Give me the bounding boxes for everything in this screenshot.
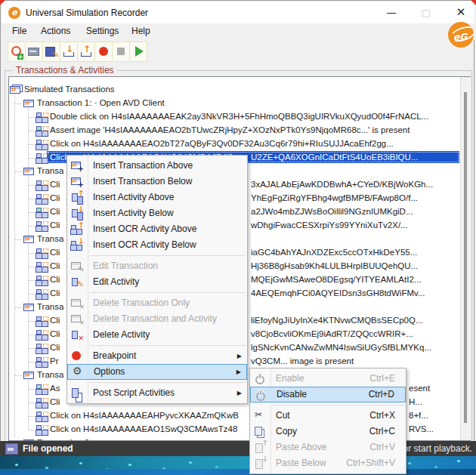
menu-item-paste-below[interactable]: Paste BelowCtrl+Shift+V <box>250 455 406 471</box>
stop-button[interactable] <box>112 42 130 62</box>
menu-item-label: Copy <box>276 424 297 440</box>
tree-row-label: Click on H4sIAAAAAAAEAHPyvcXKAAZmQKwB <box>50 411 239 420</box>
red-corner-marker-right-icon <box>471 0 476 5</box>
menu-item-shortcut: Ctrl+X <box>369 408 395 424</box>
tree-row-label: Cli <box>50 343 60 352</box>
menu-item-edit-transaction[interactable]: Edit Transaction <box>67 258 247 274</box>
insert-activity-above-icon <box>70 191 85 203</box>
menu-item-shortcut: Ctrl+D <box>369 387 394 402</box>
activity-icon <box>36 329 49 340</box>
tree-row-label-fragment: liEfoyNgJiUyInXe4KTNvwCMQBsSECp0Q... <box>251 316 423 325</box>
export-button[interactable] <box>77 42 95 62</box>
menu-item-edit-activity[interactable]: Edit Activity <box>67 274 247 290</box>
insert-transaction-above-icon: ⇄ <box>70 159 85 171</box>
tree-row-label: Transa <box>37 370 63 379</box>
tree-row-label: Cli <box>50 221 60 230</box>
record-button[interactable] <box>94 42 113 62</box>
options-icon <box>71 366 85 378</box>
tree-row-label: Simulated Transactions <box>24 85 115 94</box>
tree-row-label: Transa <box>37 234 63 243</box>
transaction-row[interactable]: Transaction 1: · Open AVD Client <box>9 97 459 109</box>
insert-ocr-activity-above-icon <box>70 223 85 235</box>
menu-separator <box>67 380 247 385</box>
app-icon: e <box>8 7 20 19</box>
tree-row-label-fragment: v8CjoBcvliOKmEj9iAdRT/ZQQccWRIR+... <box>251 329 413 338</box>
activity-icon <box>36 411 49 421</box>
menubar-settings[interactable]: Settings <box>86 26 119 36</box>
maximize-button[interactable]: ▢ <box>410 2 443 23</box>
menu-item-insert-activity-above[interactable]: Insert Activity Above <box>67 190 247 205</box>
tree-row-label: Cli <box>50 275 60 284</box>
tree-row-label-fragment: vQ3CM... image is present <box>251 356 354 366</box>
insert-transaction-below-icon: ⇄ <box>70 175 85 187</box>
menu-item-insert-activity-below[interactable]: Insert Activity Below <box>67 205 247 221</box>
menu-item-cut[interactable]: CutCtrl+X <box>250 408 406 424</box>
activity-row[interactable]: Assert image 'H4sIAAAAAAAEAO2bTUwcZRjHpy… <box>9 125 459 137</box>
tree-row-label: Transaction 1: · Open AVD Client <box>37 98 165 107</box>
menu-item-label: Breakpoint <box>93 348 136 364</box>
menu-item-copy[interactable]: CopyCtrl+C <box>250 424 406 440</box>
delete-transaction-only-icon <box>70 297 85 309</box>
menu-separator <box>250 403 406 408</box>
menu-item-disable[interactable]: DisableCtrl+D <box>250 387 406 403</box>
menu-item-options[interactable]: Options▶ <box>67 364 247 380</box>
menubar-actions[interactable]: Actions <box>41 26 70 36</box>
paste-above-icon <box>253 441 267 453</box>
options-submenu: EnableCtrl+EDisableCtrl+DCutCtrl+XCopyCt… <box>249 368 406 474</box>
menu-item-label: Insert OCR Activity Below <box>93 237 196 253</box>
menu-item-breakpoint[interactable]: Breakpoint▶ <box>67 348 247 364</box>
tree-row-label-fragment: 4AEQEmqhFCi0AQYEIDsn3sGH8tdWiFMv... <box>251 288 425 298</box>
import-icon <box>63 45 75 57</box>
play-icon <box>132 45 144 57</box>
post-script-activities-icon <box>70 387 85 399</box>
activity-row[interactable]: Click on H4sIAAAAAAAEAO2bT27aQByF3Qv0DF3… <box>9 138 459 150</box>
open-button[interactable] <box>25 42 43 62</box>
vertical-scrollbar[interactable] <box>460 77 471 440</box>
tree-row-label: Cli <box>50 248 60 257</box>
transaction-icon <box>23 98 36 109</box>
tree-row-label: Cli <box>50 180 60 189</box>
activity-icon <box>36 180 49 190</box>
menu-item-insert-ocr-activity-below[interactable]: Insert OCR Activity Below <box>67 237 247 253</box>
tree-row-label: Transa <box>37 166 63 175</box>
import-button[interactable] <box>60 42 78 62</box>
open-icon <box>28 45 40 57</box>
menu-item-insert-transaction-below[interactable]: ⇄Insert Transaction Below <box>67 174 247 190</box>
activity-icon <box>36 193 49 204</box>
transaction-icon <box>23 166 36 177</box>
export-icon <box>80 45 92 57</box>
tree-row-label: Cli <box>50 316 60 325</box>
tree-row-label: Transa <box>37 302 63 311</box>
menubar-help[interactable]: Help <box>131 26 150 36</box>
tree-root-row[interactable]: Simulated Transactions <box>9 84 459 96</box>
menu-item-label: Paste Above <box>276 440 326 455</box>
tree-row-label: Cli <box>50 288 60 298</box>
menu-item-delete-transaction-and-activity[interactable]: Delete Transaction and Activity <box>67 311 247 327</box>
menubar-file[interactable]: File <box>12 26 26 36</box>
menu-item-insert-transaction-above[interactable]: ⇄Insert Transaction Above <box>67 158 247 174</box>
menu-item-paste-above[interactable]: Paste AboveCtrl+V <box>250 440 406 455</box>
activity-row[interactable]: Double click on H4sIAAAAAAAEAK2ay3NkVR3H… <box>9 111 459 123</box>
activity-icon <box>36 139 49 150</box>
tree-row-label-fragment: H... <box>409 397 422 406</box>
menu-item-shortcut: Ctrl+E <box>369 371 395 387</box>
menu-item-enable[interactable]: EnableCtrl+E <box>250 371 406 387</box>
insert-ocr-activity-below-icon <box>70 239 85 251</box>
menu-item-post-script-activities[interactable]: Post Script Activities▶ <box>67 385 247 401</box>
menu-item-label: Insert Activity Above <box>93 190 174 205</box>
scrollbar-thumb[interactable] <box>464 92 467 423</box>
tree-row-label-fragment: a2JWo4mbZJWsBoOillil9NGznIUMKgiD... <box>251 207 413 216</box>
context-menu: ⇄Insert Transaction Above⇄Insert Transac… <box>66 155 248 404</box>
new-recording-button[interactable] <box>8 42 26 62</box>
menu-item-label: Post Script Activities <box>93 385 175 401</box>
menu-item-insert-ocr-activity-above[interactable]: Insert OCR Activity Above <box>67 221 247 237</box>
delete-transaction-and-activity-icon <box>70 313 85 325</box>
play-button[interactable] <box>129 42 147 62</box>
menu-item-delete-activity[interactable]: Delete Activity <box>67 327 247 343</box>
menu-item-delete-transaction-only[interactable]: Delete Transaction Only <box>67 295 247 311</box>
minimize-button[interactable]: — <box>375 2 408 23</box>
status-hint-fragment: g or start playback. <box>396 443 472 454</box>
save-button[interactable] <box>42 42 60 62</box>
activity-icon <box>36 248 49 258</box>
menu-separator <box>67 253 247 258</box>
